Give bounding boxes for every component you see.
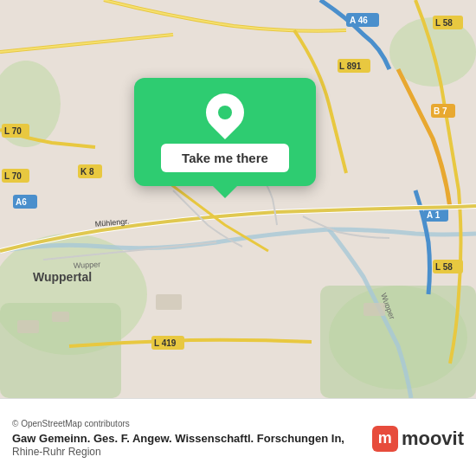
svg-rect-34: [52, 312, 69, 322]
svg-text:L 58: L 58: [435, 18, 453, 28]
moovit-m-icon: m: [372, 426, 398, 452]
svg-rect-35: [156, 294, 182, 310]
bottom-panel: © OpenStreetMap contributors Gaw Gemeinn…: [0, 398, 476, 476]
moovit-label: moovit: [402, 428, 464, 450]
location-info: © OpenStreetMap contributors Gaw Gemeinn…: [12, 419, 362, 459]
svg-text:L 70: L 70: [4, 126, 22, 136]
svg-text:A 46: A 46: [350, 16, 368, 25]
location-name: Gaw Gemeinn. Ges. F. Angew. Wissenschaft…: [12, 432, 362, 447]
svg-text:A 1: A 1: [427, 210, 441, 220]
svg-text:L 419: L 419: [154, 338, 177, 348]
svg-text:K 8: K 8: [80, 167, 94, 177]
svg-text:L 58: L 58: [435, 262, 453, 272]
location-region: Rhine-Ruhr Region: [12, 446, 362, 458]
svg-text:Wuppertal: Wuppertal: [33, 270, 92, 284]
svg-text:B 7: B 7: [434, 106, 447, 116]
svg-text:L 891: L 891: [339, 61, 362, 71]
location-pin: [198, 86, 252, 139]
svg-text:A6: A6: [16, 197, 27, 207]
take-me-there-button[interactable]: Take me there: [161, 144, 289, 172]
svg-rect-36: [363, 303, 385, 316]
moovit-logo: m moovit: [362, 426, 464, 452]
svg-rect-33: [17, 320, 39, 333]
map: A 46 L 58 L 58 L 891 B 7 L 70 L 70 K 8 A…: [0, 0, 476, 398]
svg-text:Wupper: Wupper: [74, 260, 101, 270]
location-popup: Take me there: [134, 78, 316, 186]
osm-credit: © OpenStreetMap contributors: [12, 419, 362, 428]
svg-text:L 70: L 70: [4, 171, 22, 181]
